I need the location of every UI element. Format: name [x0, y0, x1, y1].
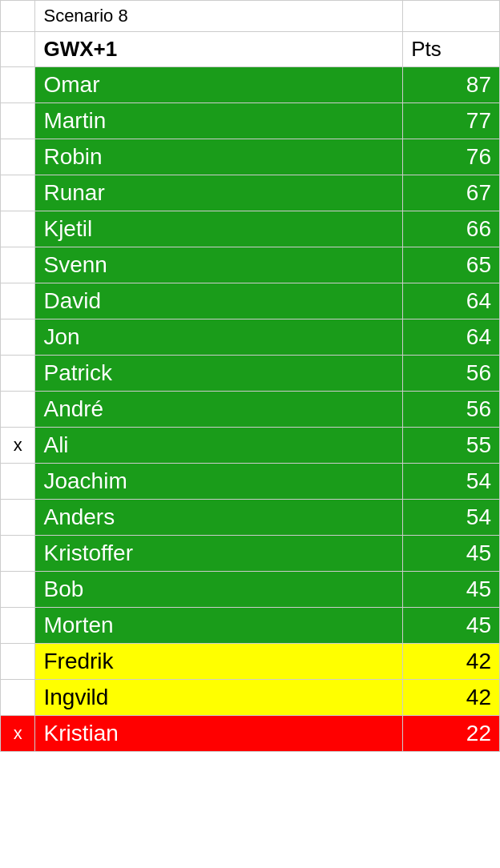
table-row: Martin77: [1, 103, 500, 139]
marker-cell: [1, 572, 35, 608]
player-name: Omar: [35, 67, 403, 103]
header-marker-empty2: [1, 32, 35, 67]
player-pts: 56: [403, 356, 500, 392]
marker-cell: [1, 319, 35, 356]
player-name: Ingvild: [35, 680, 403, 716]
player-name: Robin: [35, 139, 403, 175]
table-row: Kjetil66: [1, 211, 500, 247]
player-pts: 45: [403, 608, 500, 644]
marker-cell: [1, 500, 35, 536]
table-row: André56: [1, 392, 500, 428]
standings-table: Scenario 8 GWX+1 Pts Omar87Martin77Robin…: [0, 0, 500, 752]
marker-cell: [1, 67, 35, 103]
table-row: Ingvild42: [1, 680, 500, 716]
player-name: Morten: [35, 608, 403, 644]
player-pts: 54: [403, 464, 500, 500]
table-row: Fredrik42: [1, 644, 500, 680]
table-row: Anders54: [1, 500, 500, 536]
table-row: xKristian22: [1, 716, 500, 752]
player-name: André: [35, 392, 403, 428]
table-row: David64: [1, 283, 500, 319]
table-row: Omar87: [1, 67, 500, 103]
marker-cell: [1, 464, 35, 500]
marker-cell: [1, 103, 35, 139]
player-pts: 67: [403, 175, 500, 211]
marker-cell: [1, 392, 35, 428]
player-name: Ali: [35, 428, 403, 464]
marker-cell: [1, 283, 35, 319]
player-pts: 45: [403, 536, 500, 572]
player-name: Kjetil: [35, 211, 403, 247]
player-name: David: [35, 283, 403, 319]
header-pts-empty: [403, 1, 500, 32]
marker-cell: [1, 644, 35, 680]
column-gwx-header: GWX+1: [35, 32, 403, 67]
header-scenario-row: Scenario 8: [1, 1, 500, 32]
marker-cell: [1, 356, 35, 392]
player-pts: 56: [403, 392, 500, 428]
marker-cell: [1, 536, 35, 572]
player-pts: 87: [403, 67, 500, 103]
player-name: Patrick: [35, 356, 403, 392]
marker-cell: [1, 608, 35, 644]
player-name: Bob: [35, 572, 403, 608]
table-row: xAli55: [1, 428, 500, 464]
table-row: Runar67: [1, 175, 500, 211]
marker-cell: [1, 211, 35, 247]
player-pts: 64: [403, 319, 500, 356]
player-name: Joachim: [35, 464, 403, 500]
player-name: Svenn: [35, 247, 403, 283]
main-container: Scenario 8 GWX+1 Pts Omar87Martin77Robin…: [0, 0, 500, 752]
table-row: Svenn65: [1, 247, 500, 283]
table-row: Kristoffer45: [1, 536, 500, 572]
column-pts-header: Pts: [403, 32, 500, 67]
marker-cell: [1, 680, 35, 716]
table-row: Bob45: [1, 572, 500, 608]
player-pts: 64: [403, 283, 500, 319]
player-name: Kristian: [35, 716, 403, 752]
player-pts: 42: [403, 680, 500, 716]
player-pts: 65: [403, 247, 500, 283]
header-marker-empty: [1, 1, 35, 32]
marker-cell: x: [1, 428, 35, 464]
player-pts: 42: [403, 644, 500, 680]
table-row: Patrick56: [1, 356, 500, 392]
marker-cell: [1, 139, 35, 175]
player-name: Anders: [35, 500, 403, 536]
player-pts: 55: [403, 428, 500, 464]
header-columns-row: GWX+1 Pts: [1, 32, 500, 67]
player-pts: 77: [403, 103, 500, 139]
player-name: Kristoffer: [35, 536, 403, 572]
marker-cell: [1, 175, 35, 211]
player-pts: 22: [403, 716, 500, 752]
player-pts: 76: [403, 139, 500, 175]
table-row: Joachim54: [1, 464, 500, 500]
player-name: Jon: [35, 319, 403, 356]
player-pts: 54: [403, 500, 500, 536]
scenario-label: Scenario 8: [35, 1, 403, 32]
player-pts: 45: [403, 572, 500, 608]
table-row: Jon64: [1, 319, 500, 356]
player-pts: 66: [403, 211, 500, 247]
player-name: Runar: [35, 175, 403, 211]
table-row: Robin76: [1, 139, 500, 175]
marker-cell: x: [1, 716, 35, 752]
player-name: Fredrik: [35, 644, 403, 680]
marker-cell: [1, 247, 35, 283]
table-row: Morten45: [1, 608, 500, 644]
player-name: Martin: [35, 103, 403, 139]
